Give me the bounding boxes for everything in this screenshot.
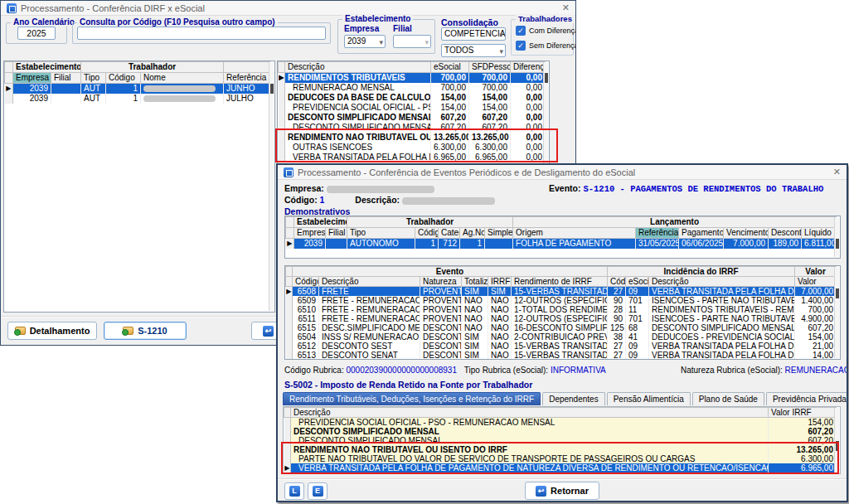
conferencia-table[interactable]: Descrição eSocial SFDPessoal Diferença ▶… — [278, 61, 546, 162]
checkbox-sem-diferenca[interactable]: ✓ Sem Diferença — [516, 41, 576, 51]
empresa-label: Empresa — [344, 24, 379, 33]
cell: DEDUCOES DA BASE DE CALCULO DO IRF — [285, 93, 431, 103]
detalhamento-button[interactable]: Detalhamento — [7, 322, 97, 340]
checkbox-checked-icon: ✓ — [516, 26, 526, 36]
cell: NAO — [488, 305, 512, 314]
e-button[interactable]: E — [308, 482, 327, 500]
cell: 6.300,00 — [769, 454, 837, 463]
col-descricao: Descrição — [291, 408, 769, 418]
grid-band-row: Estabelecimento Trabalhador Lançamento — [286, 217, 837, 228]
tab-plano-de-saude[interactable]: Plano de Saúde — [692, 392, 764, 405]
band-valor: Valor — [795, 267, 837, 277]
cell: FRETE - REMUNERACAO ISENTA — [319, 314, 420, 323]
table-row[interactable]: 6512DESCONTO SESTDESCONTOSIMNAO15-VERBAS… — [286, 342, 837, 351]
table-row[interactable]: ▶6508FRETEPROVENTOSIMSIM15-VERBAS TRANSI… — [286, 287, 837, 297]
cell: 6.300,00 — [431, 143, 469, 153]
col-nome: Nome — [141, 73, 224, 84]
redacted-text — [143, 95, 216, 102]
cell: 1 — [106, 84, 141, 94]
screen: Processamento - Conferência DIRF x eSoci… — [0, 0, 849, 504]
tab-previdencia-privada[interactable]: Previdência Privada — [766, 392, 848, 405]
tab-dependentes[interactable]: Dependentes — [542, 392, 605, 405]
table-row[interactable]: 6515DESC.SIMPLIFICADO MENSAL(IRRF)DESCON… — [286, 323, 837, 332]
retornar-button[interactable]: ↩ Retornar — [525, 482, 599, 500]
cell: 6515 — [293, 323, 319, 332]
demonstrativos-grid[interactable]: Estabelecimento Trabalhador Lançamento E… — [284, 216, 841, 259]
table-row[interactable]: RENDIMENTO NAO TRIBUTAVEL OU ISENTO DO I… — [284, 445, 837, 454]
table-row[interactable]: PREVIDENCIA SOCIAL OFICIAL - PSO - REMUN… — [279, 103, 546, 113]
band-estabelecimento: Estabelecimento — [294, 217, 347, 228]
irrf-grid[interactable]: Descrição Valor IRRF PREVIDENCIA SOCIAL … — [283, 406, 841, 474]
demonstrativos-table[interactable]: Estabelecimento Trabalhador Lançamento E… — [285, 216, 837, 249]
table-row[interactable]: OUTRAS ISENCOES6.300,006.300,000,00 — [279, 143, 546, 153]
table-row[interactable]: 6504INSS S/ REMUNERACAODESCONTOSIMNAO2-C… — [286, 332, 837, 342]
l-button[interactable]: L — [284, 482, 304, 500]
app-icon — [7, 3, 17, 13]
cell: 6513 — [293, 351, 319, 360]
col-empresa: Empresa — [294, 228, 326, 239]
table-row[interactable]: ▶2039AUTONOMO17121FOLHA DE PAGAMENTO31/0… — [286, 239, 837, 250]
trabalhadores-grid[interactable]: Estabelecimento Trabalhador Empresa Fili… — [3, 61, 275, 313]
close-icon[interactable]: ✕ — [562, 3, 570, 12]
table-row[interactable]: DESCONTO SIMPLIFICADO MENSAL607,20 — [284, 436, 837, 445]
filial-select[interactable]: ▾ — [393, 35, 431, 48]
table-row[interactable]: DESCONTO SIMPLIFICADO MENSAL607,20607,20… — [279, 113, 546, 123]
row-marker — [279, 83, 285, 93]
col-filial: Filial — [51, 73, 81, 84]
cell: 6508 — [293, 287, 319, 297]
table-row[interactable]: ▶RENDIMENTOS TRIBUTAVEIS700,00700,000,00 — [279, 73, 546, 84]
codigo-value: 1 — [320, 195, 325, 205]
trabalhadores-table[interactable]: Estabelecimento Trabalhador Empresa Fili… — [4, 61, 270, 104]
checkbox-com-diferenca[interactable]: ✓ Com Diferença — [516, 26, 576, 36]
redacted-text — [327, 186, 434, 193]
close-icon[interactable]: ✕ — [833, 167, 841, 177]
tab-pensao-alimenticia[interactable]: Pensão Alimentícia — [607, 392, 691, 405]
table-row[interactable]: VERBA TRANSITADA PELA FOLHA DE PAGAME6.9… — [279, 153, 546, 162]
s1210-button[interactable]: S-1210 — [104, 322, 187, 340]
cell: 38 — [608, 332, 626, 342]
cell: 14,00 — [795, 351, 837, 360]
consolidacao-select-1[interactable]: COMPETENCIA ▾ — [441, 27, 506, 41]
table-row[interactable]: 6510FRETE - REMUNERACAO IRRFPROVENTONAON… — [286, 305, 837, 314]
table-row[interactable]: PARTE NAO TRIBUTAVEL DO VALOR DE SERVICO… — [284, 454, 837, 463]
codigo-descricao-field: Código: 1 Descrição: — [284, 195, 495, 205]
titlebar-win1[interactable]: Processamento - Conferência DIRF x eSoci… — [1, 1, 575, 16]
table-row[interactable]: REMUNERACAO MENSAL700,00700,000,00 — [279, 83, 546, 93]
table-row[interactable]: DESCONTO SIMPLIFICADO MENSAL607,20 — [284, 427, 837, 436]
cell: PROVENTO — [420, 305, 462, 314]
cell: RENDIMENTOS TRIBUTAVEIS - REMUNERA — [649, 305, 795, 314]
cell: 15-VERBAS TRANSITADAS PELA FO — [512, 342, 608, 351]
scrollbar[interactable] — [834, 408, 839, 472]
consolidacao-select-2[interactable]: TODOS ▾ — [441, 44, 506, 57]
table-row[interactable]: 6511FRETE - REMUNERACAO ISENTAPROVENTONA… — [286, 314, 837, 323]
scrollbar[interactable] — [269, 62, 274, 311]
empresa-select[interactable]: 2039 ▾ — [344, 35, 386, 48]
table-row[interactable]: DESCONTO SIMPLIFICADO MENSAL607,20607,20… — [279, 123, 546, 133]
evento-table[interactable]: Evento Incidência do IRRF Valor Código D… — [285, 266, 837, 360]
cell: FRETE - REMUNERACAO IRRF — [319, 305, 420, 314]
cell: DESCONTO — [420, 332, 462, 342]
cell: DESCONTO SEST — [319, 342, 420, 351]
table-row[interactable]: ▶2039AUT1JUNHO — [5, 84, 270, 94]
table-row[interactable]: 6513DESCONTO SENATDESCONTOSIMNAO15-VERBA… — [286, 351, 837, 360]
ano-calendario-input[interactable]: 2025 — [17, 27, 56, 40]
table-row[interactable]: RENDIMENTO NAO TRIBUTAVEL OU ISENT13.265… — [279, 133, 546, 143]
table-row[interactable]: DEDUCOES DA BASE DE CALCULO DO IRF154,00… — [279, 93, 546, 103]
evento-grid[interactable]: Evento Incidência do IRRF Valor Código D… — [284, 265, 841, 360]
titlebar-win2[interactable]: Processamento - Conferência de Eventos P… — [278, 165, 847, 180]
irrf-table[interactable]: Descrição Valor IRRF PREVIDENCIA SOCIAL … — [284, 407, 837, 472]
cell: 15-VERBAS TRANSITADAS PELA FO — [512, 287, 608, 297]
cell: 06/06/2025 — [679, 239, 724, 250]
table-row[interactable]: 6509FRETE - REMUNERACAO INSSPROVENTONAON… — [286, 296, 837, 305]
cell: 90 — [608, 314, 626, 323]
scrollbar[interactable] — [834, 267, 839, 358]
band-trabalhador: Trabalhador — [347, 217, 513, 228]
table-row[interactable]: PREVIDENCIA SOCIAL OFICIAL - PSO - REMUN… — [284, 418, 837, 428]
table-row[interactable]: ▶VERBA TRANSITADA PELA FOLHA DE PAGAMENT… — [284, 463, 837, 472]
consulta-codigo-input[interactable] — [77, 27, 326, 40]
scrollbar[interactable] — [834, 217, 839, 257]
cell: SIM — [462, 342, 488, 351]
tab-rendimento-irrf[interactable]: Rendimento Tributáveis, Deduções, Isençõ… — [283, 392, 541, 405]
cell: NAO — [488, 296, 512, 305]
table-row[interactable]: 2039AUT1JULHO — [5, 94, 270, 104]
